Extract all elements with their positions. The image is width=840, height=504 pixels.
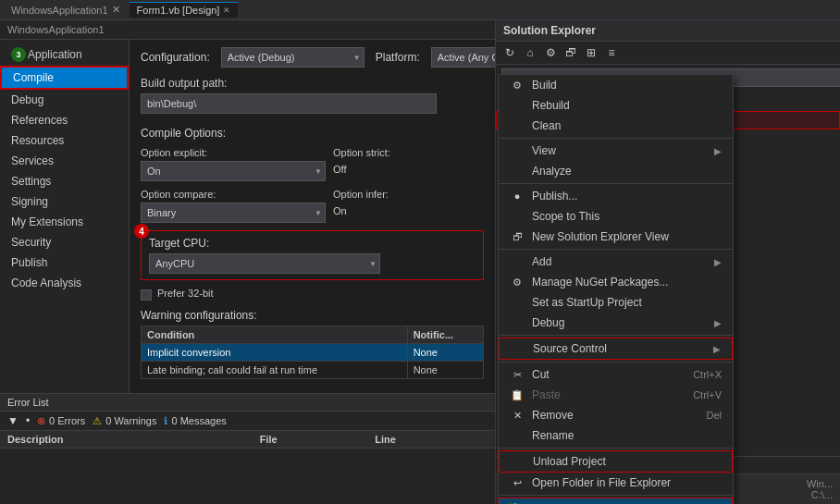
- menu-item-scope-to-this[interactable]: Scope to This: [499, 206, 733, 227]
- se-toolbar: ↻ ⌂ ⚙ 🗗 ⊞ ≡: [496, 42, 840, 65]
- home-btn[interactable]: ⌂: [522, 44, 538, 61]
- menu-label-new-se: New Solution Explorer View: [532, 230, 669, 243]
- option-infer-value: On: [333, 203, 484, 219]
- separator-2: [499, 183, 733, 184]
- menu-item-debug[interactable]: Debug ▶: [499, 313, 733, 333]
- close-icon[interactable]: ✕: [223, 6, 230, 15]
- menu-label-open-folder: Open Folder in File Explorer: [532, 476, 671, 489]
- nav-item-settings[interactable]: Settings: [0, 171, 129, 191]
- nav-item-code-analysis[interactable]: Code Analysis: [0, 273, 129, 293]
- config-row: Configuration: Active (Debug) Platform: …: [141, 47, 484, 68]
- build-icon: ⚙: [510, 80, 525, 92]
- config-select[interactable]: Active (Debug): [221, 47, 364, 68]
- nav-item-my-extensions[interactable]: My Extensions: [0, 212, 129, 232]
- filter-icon[interactable]: ▼: [7, 414, 19, 427]
- publish-icon: ●: [510, 191, 525, 202]
- remove-shortcut: Del: [706, 410, 722, 421]
- menu-label-remove: Remove: [532, 409, 574, 422]
- error-icon: ⊗: [37, 415, 45, 427]
- nav-item-application[interactable]: 3 Application: [0, 43, 129, 66]
- menu-item-unload-project[interactable]: Unload Project: [499, 450, 733, 473]
- settings-btn[interactable]: ⚙: [542, 44, 559, 61]
- nav-item-resources[interactable]: Resources: [0, 130, 129, 151]
- nav-label-compile: Compile: [13, 71, 54, 84]
- cut-shortcut: Ctrl+X: [693, 369, 722, 380]
- nav-item-services[interactable]: Services: [0, 151, 129, 171]
- option-infer-label: Option infer:: [333, 189, 484, 200]
- menu-item-manage-nuget[interactable]: ⚙ Manage NuGet Packages...: [499, 272, 733, 292]
- option-compare-group: Option compare: Binary: [141, 189, 326, 223]
- menu-item-clean[interactable]: Clean: [499, 116, 733, 136]
- option-compare-wrapper[interactable]: Binary: [141, 203, 326, 223]
- menu-label-view: View: [532, 144, 556, 157]
- menu-label-rebuild: Rebuild: [532, 99, 570, 112]
- warning-icon: ⚠: [93, 415, 102, 427]
- compile-options-title: Compile Options:: [141, 127, 484, 140]
- error-list-panel: Error List ▼ • ⊗ 0 Errors ⚠ 0 Warnings ℹ…: [0, 393, 495, 504]
- prefer32bit-checkbox[interactable]: [141, 289, 152, 301]
- paste-icon: 📋: [510, 389, 525, 401]
- warning-condition: Late binding; call could fail at run tim…: [142, 362, 408, 379]
- menu-item-open-folder[interactable]: ↩ Open Folder in File Explorer: [499, 473, 733, 493]
- add-submenu-arrow: ▶: [714, 257, 722, 267]
- filter-dropdown[interactable]: •: [26, 414, 30, 427]
- nav-item-security[interactable]: Security: [0, 232, 129, 252]
- messages-count-label: 0 Messages: [171, 415, 226, 426]
- platform-select[interactable]: Active (Any CPU): [431, 47, 495, 68]
- nav-label-resources: Resources: [11, 134, 64, 147]
- target-cpu-wrapper[interactable]: AnyCPU: [149, 253, 380, 274]
- option-explicit-select[interactable]: On: [141, 161, 326, 181]
- target-cpu-select[interactable]: AnyCPU: [149, 253, 380, 274]
- option-compare-select[interactable]: Binary: [141, 203, 326, 223]
- se-path-label: C:\...: [811, 489, 833, 500]
- table-row[interactable]: Late binding; call could fail at run tim…: [142, 362, 484, 379]
- option-strict-value: Off: [333, 161, 484, 178]
- props-nav: 3 Application Compile Debug References R…: [0, 40, 130, 393]
- table-row[interactable]: Implicit conversion None: [142, 344, 484, 362]
- menu-item-new-se-view[interactable]: 🗗 New Solution Explorer View: [499, 227, 733, 247]
- target-cpu-section: 4 Target CPU: AnyCPU: [141, 230, 484, 280]
- tab-windows-app[interactable]: WindowsApplication1 ✕: [4, 2, 128, 18]
- new-se-icon: 🗗: [510, 231, 525, 242]
- filter-btn[interactable]: ⊞: [583, 44, 599, 61]
- nuget-icon: ⚙: [510, 277, 525, 289]
- menu-item-analyze[interactable]: Analyze: [499, 161, 733, 181]
- menu-item-set-startup[interactable]: Set as StartUp Project: [499, 292, 733, 313]
- nav-item-debug[interactable]: Debug: [0, 90, 129, 110]
- menu-item-paste[interactable]: 📋 Paste Ctrl+V: [499, 385, 733, 405]
- menu-item-properties[interactable]: 🔧 Properties Alt+Enter: [499, 498, 733, 504]
- menu-item-source-control[interactable]: Source Control ▶: [499, 338, 733, 360]
- message-count: ℹ 0 Messages: [164, 415, 226, 427]
- warning-condition: Implicit conversion: [142, 344, 408, 362]
- close-icon[interactable]: ✕: [112, 4, 120, 16]
- menu-item-remove[interactable]: ✕ Remove Del: [499, 405, 733, 425]
- platform-select-wrapper[interactable]: Active (Any CPU): [431, 47, 495, 68]
- debug-arrow: ▶: [714, 318, 722, 328]
- menu-item-rename[interactable]: Rename: [499, 425, 733, 446]
- option-explicit-group: Option explicit: On: [141, 147, 326, 181]
- nav-item-references[interactable]: References: [0, 110, 129, 130]
- menu-item-build[interactable]: ⚙ Build: [499, 75, 733, 95]
- step-4-badge: 4: [134, 224, 149, 239]
- tab-form1-design[interactable]: Form1.vb [Design] ✕: [130, 2, 239, 18]
- menu-item-rebuild[interactable]: Rebuild: [499, 95, 733, 116]
- sync-btn[interactable]: ↻: [501, 44, 518, 61]
- col-file: File: [253, 431, 368, 449]
- menu-item-add[interactable]: Add ▶: [499, 252, 733, 272]
- cut-icon: ✂: [510, 369, 525, 381]
- build-output-input[interactable]: [141, 93, 437, 114]
- nav-label-my-extensions: My Extensions: [11, 215, 83, 228]
- collapse-btn[interactable]: ≡: [603, 44, 620, 61]
- menu-item-publish[interactable]: ● Publish...: [499, 186, 733, 206]
- nav-item-signing[interactable]: Signing: [0, 191, 129, 212]
- menu-item-cut[interactable]: ✂ Cut Ctrl+X: [499, 364, 733, 385]
- option-explicit-wrapper[interactable]: On: [141, 161, 326, 181]
- option-infer-group: Option infer: On: [333, 189, 484, 223]
- nav-item-compile[interactable]: Compile: [0, 66, 129, 90]
- config-select-wrapper[interactable]: Active (Debug): [221, 47, 364, 68]
- nav-item-publish[interactable]: Publish: [0, 252, 129, 273]
- tab-label: WindowsApplication1: [11, 5, 108, 16]
- new-view-btn[interactable]: 🗗: [562, 44, 579, 61]
- warning-configs-label: Warning configurations:: [141, 309, 484, 322]
- menu-item-view[interactable]: View ▶: [499, 141, 733, 161]
